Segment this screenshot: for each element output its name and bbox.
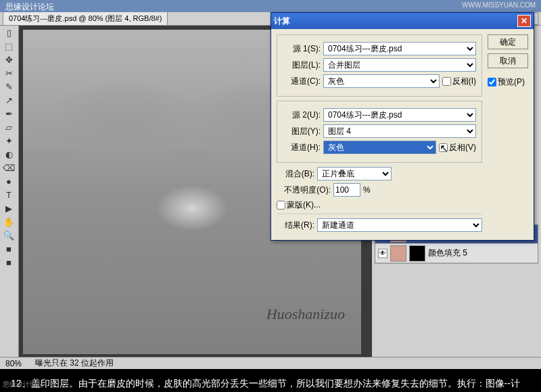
source1-invert-label: 反相(I) (452, 76, 476, 87)
dialog-titlebar[interactable]: 计算 ✕ (271, 13, 534, 29)
tool-button[interactable]: ✒ (0, 107, 18, 120)
tool-button[interactable]: ✂ (0, 66, 18, 80)
tool-button[interactable]: 🔍 (0, 228, 18, 242)
tool-button[interactable]: ▶ (0, 201, 18, 215)
layer-thumb (390, 245, 406, 262)
tool-button[interactable]: ■ (0, 242, 18, 255)
source1-layer-label: 图层(L): (283, 59, 321, 71)
preview-checkbox[interactable] (488, 78, 496, 87)
source1-group: 源 1(S): 0704练习---磨皮.psd 图层(L): 合并图层 通道(C… (277, 34, 482, 97)
tool-button[interactable]: ⌫ (0, 161, 18, 174)
mask-checkbox[interactable] (277, 201, 285, 210)
source2-invert-checkbox[interactable] (439, 143, 448, 152)
source2-invert-label: 反相(V) (449, 142, 476, 153)
source2-file-select[interactable]: 0704练习---磨皮.psd (323, 108, 476, 122)
tutorial-caption: 12、盖印图层。由于在磨皮的时候，皮肤的高光部分丢失一些细节，所以我们要想办法来… (0, 369, 541, 392)
signature-text: Huoshanizuo (266, 305, 345, 323)
tool-button[interactable]: ■ (0, 255, 18, 269)
cancel-button[interactable]: 取消 (488, 53, 528, 68)
source1-invert-checkbox[interactable] (442, 77, 451, 86)
tool-button[interactable]: ⬚ (0, 39, 18, 53)
source2-channel-label: 通道(H): (283, 142, 321, 153)
opacity-input[interactable] (333, 183, 360, 197)
source1-layer-select[interactable]: 合并图层 (323, 58, 476, 72)
result-select[interactable]: 新建通道 (317, 218, 482, 232)
source1-channel-select[interactable]: 灰色 (323, 74, 440, 88)
tool-button[interactable]: T (0, 188, 18, 201)
visibility-icon[interactable]: 👁 (378, 249, 387, 258)
watermark-bottom: 思缘设计论坛 (3, 380, 43, 389)
opacity-label: 不透明度(O): (277, 185, 331, 196)
blend-select[interactable]: 正片叠底 (317, 167, 392, 180)
source2-layer-select[interactable]: 图层 4 (323, 124, 476, 138)
status-message: 曝光只在 32 位起作用 (35, 358, 114, 369)
close-icon[interactable]: ✕ (517, 15, 531, 27)
calculations-dialog: 计算 ✕ 源 1(S): 0704练习---磨皮.psd 图层(L): 合并图层… (270, 12, 534, 241)
watermark-url: WWW.MISSYUAN.COM (462, 1, 536, 9)
source1-label: 源 1(S): (283, 43, 321, 55)
tool-palette: ▯⬚✥✂✎↗✒▱✦◐⌫●T▶✋🔍■■ (0, 26, 19, 357)
source2-group: 源 2(U): 0704练习---磨皮.psd 图层(Y): 图层 4 通道(H… (277, 101, 482, 163)
source2-channel-select[interactable]: 灰色 (323, 141, 436, 154)
document-tab[interactable]: 0704练习---磨皮.psd @ 80% (图层 4, RGB/8#) (3, 11, 168, 26)
tool-button[interactable]: ● (0, 174, 18, 188)
blend-label: 混合(B): (277, 168, 314, 180)
forum-name: 思缘设计论坛 (5, 2, 54, 11)
tool-button[interactable]: ✥ (0, 53, 18, 66)
layer-mask-thumb (409, 245, 425, 262)
mask-label: 蒙版(K)... (287, 199, 321, 211)
preview-label: 预览(P) (498, 76, 525, 88)
opacity-pct: % (363, 185, 371, 195)
layer-name: 颜色填充 5 (428, 247, 467, 259)
tool-button[interactable]: ▯ (0, 26, 18, 39)
zoom-level[interactable]: 80% (5, 359, 22, 368)
source2-layer-label: 图层(Y): (283, 126, 321, 137)
ok-button[interactable]: 确定 (488, 34, 528, 49)
app-titlebar: 思缘设计论坛 WWW.MISSYUAN.COM (0, 0, 541, 12)
tool-button[interactable]: ▱ (0, 120, 18, 134)
source1-channel-label: 通道(C): (283, 76, 321, 87)
source2-label: 源 2(U): (283, 109, 321, 121)
tool-button[interactable]: ◐ (0, 147, 18, 161)
source1-file-select[interactable]: 0704练习---磨皮.psd (323, 42, 476, 55)
dialog-title: 计算 (274, 16, 290, 27)
tool-button[interactable]: ✎ (0, 80, 18, 93)
tool-button[interactable]: ✦ (0, 134, 18, 147)
tool-button[interactable]: ✋ (0, 215, 18, 228)
status-bar: 80% 曝光只在 32 位起作用 (0, 357, 541, 369)
result-label: 结果(R): (277, 220, 314, 231)
tool-button[interactable]: ↗ (0, 93, 18, 107)
layer-row[interactable]: 👁 颜色填充 5 (375, 244, 538, 263)
